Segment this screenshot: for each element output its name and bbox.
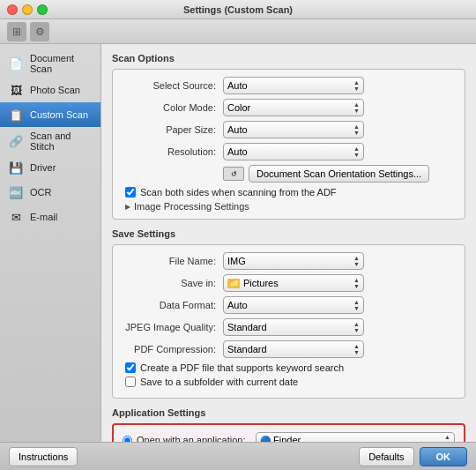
color-mode-arrows: ▲▼ xyxy=(353,101,360,114)
data-format-select[interactable]: Auto ▲▼ xyxy=(223,296,364,314)
sidebar-item-scan-and-stitch[interactable]: 🔗 Scan and Stitch xyxy=(0,127,100,155)
app-settings-box: Open with an application: 🔵 Finder ▲▼ Se… xyxy=(112,423,465,442)
sidebar: 📄 Document Scan 🖼 Photo Scan 📋 Custom Sc… xyxy=(0,44,101,442)
sidebar-label-driver: Driver xyxy=(30,162,56,173)
data-format-control: Auto ▲▼ xyxy=(223,296,456,314)
jpeg-quality-control: Standard ▲▼ xyxy=(223,318,456,336)
save-settings-box: File Name: IMG ▲▼ Save in: 📁 Pictures xyxy=(112,244,465,399)
window-controls xyxy=(7,4,48,15)
color-mode-value: Color xyxy=(227,102,350,113)
main-layout: 📄 Document Scan 🖼 Photo Scan 📋 Custom Sc… xyxy=(0,44,476,442)
close-button[interactable] xyxy=(7,4,18,15)
resolution-label: Resolution: xyxy=(122,146,223,157)
sidebar-item-email[interactable]: ✉ E-mail xyxy=(0,205,100,229)
file-name-label: File Name: xyxy=(122,256,223,266)
pdf-compression-select[interactable]: Standard ▲▼ xyxy=(223,340,364,358)
save-in-label: Save in: xyxy=(122,278,223,288)
pdf-compression-label: PDF Compression: xyxy=(122,344,223,354)
pdf-compression-control: Standard ▲▼ xyxy=(223,340,456,358)
sidebar-item-photo-scan[interactable]: 🖼 Photo Scan xyxy=(0,78,100,102)
save-in-arrows: ▲▼ xyxy=(353,277,360,289)
disclosure-triangle-icon: ▶ xyxy=(125,203,130,211)
color-mode-row: Color Mode: Color ▲▼ xyxy=(122,99,456,116)
scan-options-section: Scan Options Select Source: Auto ▲▼ Colo… xyxy=(112,53,465,220)
file-name-input[interactable]: IMG ▲▼ xyxy=(223,252,364,270)
image-processing-row[interactable]: ▶ Image Processing Settings xyxy=(122,201,456,212)
sidebar-item-ocr[interactable]: 🔤 OCR xyxy=(0,180,100,205)
open-app-radio[interactable] xyxy=(123,436,132,443)
app-settings-title: Application Settings xyxy=(112,407,465,418)
toolbar-icon-2[interactable]: ⚙ xyxy=(30,22,49,41)
create-pdf-checkbox[interactable] xyxy=(125,362,136,373)
pdf-compression-arrows: ▲▼ xyxy=(353,343,360,355)
scan-options-title: Scan Options xyxy=(112,53,465,63)
open-app-select[interactable]: 🔵 Finder ▲▼ xyxy=(256,432,455,442)
scan-both-sides-row: Scan both sides when scanning from the A… xyxy=(122,187,456,198)
color-mode-select[interactable]: Color ▲▼ xyxy=(223,99,364,116)
jpeg-quality-label: JPEG Image Quality: xyxy=(122,322,223,332)
paper-size-select[interactable]: Auto ▲▼ xyxy=(223,121,364,138)
select-source-control: Auto ▲▼ xyxy=(223,77,456,94)
sidebar-label-email: E-mail xyxy=(30,212,57,222)
open-app-arrows: ▲▼ xyxy=(444,434,450,442)
bottom-bar: Instructions Defaults OK xyxy=(0,442,476,470)
instructions-button[interactable]: Instructions xyxy=(9,447,78,466)
sidebar-item-document-scan[interactable]: 📄 Document Scan xyxy=(0,49,100,78)
create-pdf-row: Create a PDF file that supports keyword … xyxy=(122,362,456,373)
pdf-compression-row: PDF Compression: Standard ▲▼ xyxy=(122,340,456,358)
file-name-value: IMG xyxy=(227,256,350,266)
file-name-control: IMG ▲▼ xyxy=(223,252,456,270)
image-processing-label: Image Processing Settings xyxy=(134,201,249,212)
scan-both-sides-label: Scan both sides when scanning from the A… xyxy=(140,187,337,198)
select-source-label: Select Source: xyxy=(122,80,223,91)
data-format-value: Auto xyxy=(227,300,350,310)
window-title: Settings (Custom Scan) xyxy=(183,4,293,15)
select-source-select[interactable]: Auto ▲▼ xyxy=(223,77,364,94)
data-format-row: Data Format: Auto ▲▼ xyxy=(122,296,456,314)
titlebar: Settings (Custom Scan) xyxy=(0,0,476,19)
subfolder-checkbox[interactable] xyxy=(125,377,136,387)
ocr-icon: 🔤 xyxy=(7,183,25,201)
subfolder-label: Save to a subfolder with current date xyxy=(140,377,298,387)
open-app-row: Open with an application: 🔵 Finder ▲▼ xyxy=(123,432,455,442)
defaults-button[interactable]: Defaults xyxy=(359,447,413,466)
finder-icon: 🔵 xyxy=(260,436,271,443)
jpeg-quality-select[interactable]: Standard ▲▼ xyxy=(223,318,364,336)
save-settings-title: Save Settings xyxy=(112,228,465,239)
driver-icon: 💾 xyxy=(7,159,25,176)
create-pdf-label: Create a PDF file that supports keyword … xyxy=(140,362,344,373)
minimize-button[interactable] xyxy=(22,4,33,15)
color-mode-control: Color ▲▼ xyxy=(223,99,456,116)
bottom-right: Defaults OK xyxy=(359,447,467,466)
sidebar-item-driver[interactable]: 💾 Driver xyxy=(0,155,100,180)
sidebar-label-custom-scan: Custom Scan xyxy=(30,109,88,120)
sidebar-label-document-scan: Document Scan xyxy=(30,53,93,74)
scan-stitch-icon: 🔗 xyxy=(7,132,25,150)
scan-both-sides-checkbox[interactable] xyxy=(125,187,136,198)
open-app-value: Finder xyxy=(273,435,301,442)
custom-scan-icon: 📋 xyxy=(7,106,25,123)
open-app-select-content: 🔵 Finder xyxy=(260,435,441,442)
select-source-row: Select Source: Auto ▲▼ xyxy=(122,77,456,94)
resolution-select[interactable]: Auto ▲▼ xyxy=(223,143,364,160)
orientation-icon: ↺ xyxy=(223,167,244,181)
folder-icon: 📁 xyxy=(227,279,240,288)
orientation-settings-button[interactable]: Document Scan Orientation Settings... xyxy=(249,165,429,183)
orientation-row: ↺ Document Scan Orientation Settings... xyxy=(122,165,456,183)
file-name-row: File Name: IMG ▲▼ xyxy=(122,252,456,270)
paper-size-value: Auto xyxy=(227,124,350,135)
color-mode-label: Color Mode: xyxy=(122,102,223,113)
save-in-select[interactable]: 📁 Pictures ▲▼ xyxy=(223,274,364,292)
sidebar-item-custom-scan[interactable]: 📋 Custom Scan xyxy=(0,102,100,127)
bottom-left: Instructions xyxy=(9,447,78,466)
select-source-arrows: ▲▼ xyxy=(353,79,360,92)
photo-scan-icon: 🖼 xyxy=(7,81,25,99)
paper-size-label: Paper Size: xyxy=(122,124,223,135)
maximize-button[interactable] xyxy=(37,4,48,15)
toolbar: ⊞ ⚙ xyxy=(0,19,476,44)
ok-button[interactable]: OK xyxy=(420,447,468,466)
subfolder-row: Save to a subfolder with current date xyxy=(122,377,456,387)
select-source-value: Auto xyxy=(227,80,350,91)
document-scan-icon: 📄 xyxy=(7,55,25,72)
toolbar-icon-1[interactable]: ⊞ xyxy=(7,22,26,41)
